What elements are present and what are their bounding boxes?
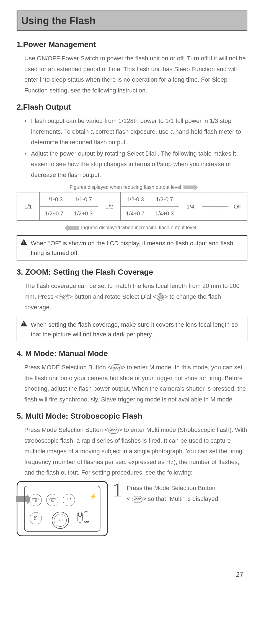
section-3-body-b: > button and rotate Select Dial < (69, 293, 157, 300)
table-cell: 1/2-0.7 (150, 192, 179, 207)
table-cell: 1/2 (98, 192, 121, 221)
table-cell: 1/2+0.7 (40, 207, 69, 221)
table-cell: 1/2-0.3 (121, 192, 150, 207)
step-1-row: ⚡ MODE⇄ ZOOMFn MF●↓H GRCH SET ON OFF 1 P… (17, 481, 247, 536)
warning-box-coverage: When setting the flash coverage, make su… (17, 317, 247, 342)
table-caption-bottom-text: Figures displayed when increasing flash … (81, 224, 196, 231)
page-title-bar: Using the Flash (17, 11, 247, 31)
arrow-left-icon (68, 226, 79, 230)
mode-button-icon: MODE (111, 364, 122, 371)
warning-box-of: When “OF” is shown on the LCD display, i… (17, 235, 247, 261)
mode-button-icon: MODE (108, 427, 119, 434)
table-caption-top-text: Figures displayed when reducing flash ou… (69, 184, 181, 191)
table-cell: ... (202, 207, 228, 221)
select-dial-icon (157, 293, 164, 301)
table-cell: 1/1-0.3 (40, 192, 69, 207)
svg-rect-1 (24, 243, 24, 244)
step-number: 1 (112, 481, 122, 499)
section-5-body: Press Mode Selection Button <MODE> to en… (17, 425, 247, 478)
svg-rect-3 (24, 325, 24, 325)
table-caption-top: Figures displayed when reducing flash ou… (17, 184, 247, 191)
table-row: 1/1 1/1-0.3 1/1-0.7 1/2 1/2-0.3 1/2-0.7 … (17, 192, 247, 207)
flash-output-table: 1/1 1/1-0.3 1/1-0.7 1/2 1/2-0.3 1/2-0.7 … (17, 192, 247, 221)
warning-text: When “OF” is shown on the LCD display, i… (31, 240, 233, 256)
switch-off-label: OFF (84, 521, 89, 524)
step-1-text-c: > so that “Multi” is displayed. (143, 495, 220, 502)
device-power-switch: ON OFF (77, 509, 90, 523)
page-number: - 27 - (17, 570, 247, 579)
warning-icon (20, 238, 27, 245)
zoom-fn-button-icon: ZOOM Fn (59, 294, 69, 300)
svg-rect-0 (24, 241, 24, 243)
section-1-body: Use ON/OFF Power Switch to power the fla… (17, 53, 247, 96)
step-1-text-a: Press the Mode Selection Button (127, 485, 215, 491)
step-1-text: Press the Mode Selection Button < MODE> … (127, 481, 220, 504)
flash-bolt-icon: ⚡ (90, 492, 97, 501)
warning-icon (20, 320, 27, 326)
mode-button-icon: MODE (132, 496, 143, 503)
table-row: 1/2+0.7 1/2+0.3 1/4+0.7 1/4+0.3 ... (17, 207, 247, 221)
device-illustration: ⚡ MODE⇄ ZOOMFn MF●↓H GRCH SET ON OFF (17, 481, 108, 536)
section-4-body-a: Press MODE Selection Button < (24, 364, 111, 371)
device-gr-button: GRCH (30, 512, 42, 524)
section-2-heading: 2.Flash Output (17, 101, 247, 113)
section-2-bullet-2: Adjust the power output by rotating Sele… (24, 148, 247, 181)
table-cell: OF (228, 192, 247, 221)
arrow-right-icon (183, 186, 195, 189)
device-mode-button: MODE⇄ (30, 494, 42, 506)
switch-on-label: ON (84, 510, 88, 514)
section-5-body-b: > to enter Multi mode (Stroboscopic flas… (24, 426, 247, 476)
device-zoom-button: ZOOMFn (46, 494, 58, 506)
device-set-dial: SET (52, 512, 69, 529)
section-3-heading: 3. ZOOM: Setting the Flash Coverage (17, 266, 247, 278)
step-1-text-b: < (127, 495, 132, 502)
section-2-bullets: Flash output can be varied from 1/128th … (17, 116, 247, 180)
table-cell: ... (202, 192, 228, 207)
section-5-heading: 5. Multi Mode: Stroboscopic Flash (17, 410, 247, 422)
warning-text: When setting the flash coverage, make su… (31, 321, 238, 338)
table-cell: 1/4+0.3 (150, 207, 179, 221)
table-cell: 1/4 (179, 192, 202, 221)
section-4-body: Press MODE Selection Button <MODE> to en… (17, 362, 247, 405)
table-cell: 1/4+0.7 (121, 207, 150, 221)
section-2-bullet-1: Flash output can be varied from 1/128th … (24, 116, 247, 148)
table-cell: 1/1-0.7 (69, 192, 98, 207)
section-3-body: The flash coverage can be set to match t… (17, 281, 247, 313)
section-5-body-a: Press Mode Selection Button < (24, 426, 108, 433)
page-title: Using the Flash (21, 13, 243, 28)
table-cell: 1/1 (17, 192, 40, 221)
section-4-heading: 4. M Mode: Manual Mode (17, 348, 247, 359)
table-cell: 1/2+0.3 (69, 207, 98, 221)
table-caption-bottom: Figures displayed when increasing flash … (17, 224, 247, 231)
svg-rect-2 (24, 322, 24, 324)
section-1-heading: 1.Power Management (17, 39, 247, 50)
device-mf-button: MF●↓H (63, 494, 75, 506)
